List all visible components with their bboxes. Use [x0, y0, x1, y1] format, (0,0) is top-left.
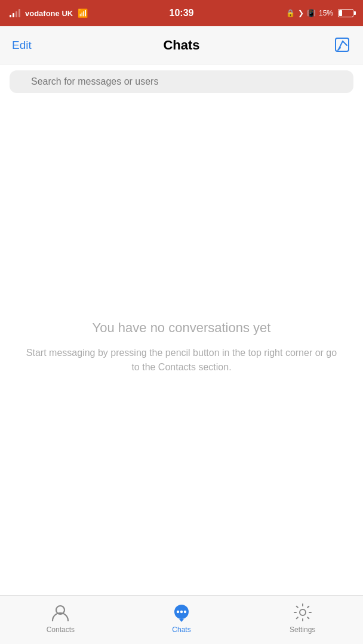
empty-state-subtitle: Start messaging by pressing the pencil b… — [24, 346, 339, 374]
status-time: 10:39 — [170, 8, 194, 18]
search-input[interactable] — [10, 70, 353, 93]
empty-state-title: You have no conversations yet — [93, 320, 271, 337]
tab-chats[interactable]: Chats — [158, 602, 205, 634]
search-container: 🔍 — [0, 64, 363, 99]
compose-button[interactable] — [334, 37, 351, 54]
search-wrapper: 🔍 — [10, 70, 353, 93]
tab-settings-label: Settings — [290, 626, 315, 634]
chats-icon — [171, 602, 192, 623]
status-right: 🔒 ❯ 📳 15% — [286, 9, 353, 17]
svg-line-2 — [343, 41, 347, 45]
nav-bar: Edit Chats — [0, 26, 363, 64]
svg-point-9 — [300, 609, 306, 615]
battery-icon — [336, 9, 353, 17]
compose-icon — [334, 37, 351, 54]
settings-icon — [292, 602, 313, 623]
edit-button[interactable]: Edit — [12, 39, 32, 52]
svg-point-7 — [180, 611, 183, 613]
svg-point-8 — [184, 611, 186, 613]
lock-icon: 🔒 — [286, 9, 295, 17]
svg-line-3 — [338, 48, 340, 50]
empty-state: You have no conversations yet Start mess… — [0, 99, 363, 595]
svg-point-6 — [177, 611, 179, 613]
bluetooth-icon: 📳 — [307, 9, 316, 17]
page-title: Chats — [163, 38, 199, 53]
tab-settings[interactable]: Settings — [279, 602, 327, 634]
carrier-text: vodafone UK — [25, 9, 73, 18]
signal-bars-icon — [10, 9, 20, 17]
status-bar: vodafone UK 📶 10:39 🔒 ❯ 📳 15% — [0, 0, 363, 26]
tab-contacts[interactable]: Contacts — [36, 602, 84, 634]
tab-contacts-label: Contacts — [47, 626, 75, 634]
status-left: vodafone UK 📶 — [10, 8, 88, 18]
wifi-icon: 📶 — [78, 8, 88, 18]
battery-percent: 15% — [319, 9, 333, 17]
tab-bar: Contacts Chats Settings — [0, 595, 363, 644]
tab-chats-label: Chats — [172, 626, 190, 634]
location-icon: ❯ — [298, 9, 304, 17]
contacts-icon — [50, 602, 71, 623]
